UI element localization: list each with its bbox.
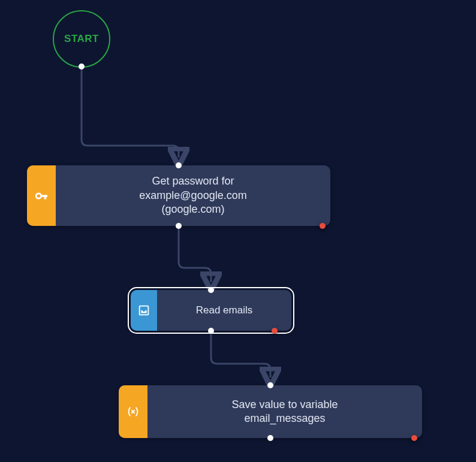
node-label: Get password for example@google.com (goo… (56, 165, 330, 226)
breakpoint-dot[interactable] (272, 328, 278, 334)
port-out[interactable] (208, 328, 214, 334)
start-node[interactable]: START (53, 10, 110, 68)
node-read-emails[interactable]: Read emails (131, 290, 291, 331)
breakpoint-dot[interactable] (320, 223, 326, 229)
flow-canvas[interactable]: START Get password for example@google.co… (0, 0, 476, 462)
port-in[interactable] (267, 382, 273, 388)
node-icon-slot (119, 385, 147, 438)
start-label: START (64, 33, 99, 45)
node-label: Save value to variable email_messages (147, 385, 422, 438)
port-out[interactable] (267, 435, 273, 441)
port-out[interactable] (176, 223, 182, 229)
node-icon-slot (27, 165, 56, 226)
port-in[interactable] (208, 287, 214, 293)
node-get-password[interactable]: Get password for example@google.com (goo… (27, 165, 330, 226)
port-in[interactable] (176, 162, 182, 168)
node-icon-slot (131, 290, 157, 331)
port-out[interactable] (79, 64, 85, 70)
breakpoint-dot[interactable] (411, 435, 417, 441)
inbox-icon (137, 304, 150, 317)
node-save-variable[interactable]: Save value to variable email_messages (119, 385, 422, 438)
variable-icon (126, 405, 140, 418)
key-icon (35, 189, 48, 203)
node-label: Read emails (157, 290, 291, 331)
